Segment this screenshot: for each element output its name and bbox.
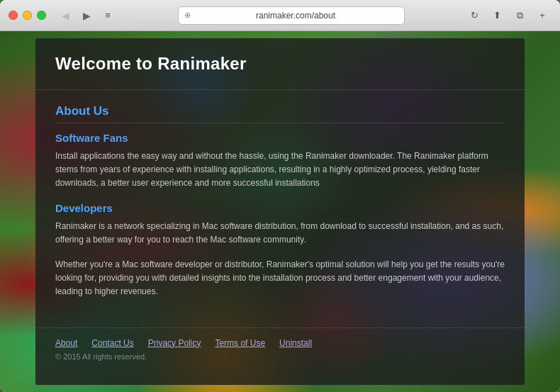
software-fans-heading: Software Fans <box>55 132 505 144</box>
title-bar: ◀ ▶ ≡ ⊕ ranimaker.com/about ↻ ⬆ ⧉ <box>0 0 560 31</box>
add-tab-button[interactable]: + <box>533 9 551 23</box>
address-bar[interactable]: ⊕ ranimaker.com/about <box>178 6 405 25</box>
software-fans-body: Install applications the easy way and wi… <box>55 150 505 191</box>
site-footer: About Contact Us Privacy Policy Terms of… <box>35 327 525 368</box>
address-bar-container: ⊕ ranimaker.com/about <box>124 6 458 25</box>
footer-terms-link[interactable]: Terms of Use <box>215 338 265 348</box>
close-button[interactable] <box>9 11 18 20</box>
browser-viewport: Welcome to Ranimaker About Us Software F… <box>0 31 560 392</box>
traffic-lights <box>9 11 46 20</box>
footer-privacy-link[interactable]: Privacy Policy <box>148 338 201 348</box>
footer-copyright: © 2015 All rights reserved. <box>55 352 505 361</box>
main-body: About Us Software Fans Install applicati… <box>35 90 525 325</box>
site-header: Welcome to Ranimaker <box>35 38 525 90</box>
nav-buttons: ◀ ▶ <box>56 9 96 23</box>
developers-body2: Whether you're a Mac software developer … <box>55 258 505 299</box>
share-icon: ⬆ <box>493 10 501 21</box>
reader-icon: ≡ <box>105 10 111 21</box>
maximize-button[interactable] <box>37 11 46 20</box>
back-button[interactable]: ◀ <box>56 9 74 23</box>
add-tab-icon: + <box>539 10 545 21</box>
developers-body1: Ranimaker is a network specializing in M… <box>55 220 505 247</box>
refresh-icon: ↻ <box>471 10 478 21</box>
about-us-heading: About Us <box>55 104 505 123</box>
refresh-button[interactable]: ↻ <box>465 9 483 23</box>
minimize-button[interactable] <box>23 11 32 20</box>
forward-button[interactable]: ▶ <box>77 9 96 23</box>
address-text: ranimaker.com/about <box>194 11 398 21</box>
reader-button[interactable]: ≡ <box>99 9 117 23</box>
footer-uninstall-link[interactable]: Uninstall <box>279 338 312 348</box>
share-button[interactable]: ⬆ <box>488 9 506 23</box>
tabs-button[interactable]: ⧉ <box>510 9 529 23</box>
forward-icon: ▶ <box>83 10 91 21</box>
toolbar-right: ↻ ⬆ ⧉ + <box>465 9 551 23</box>
footer-links: About Contact Us Privacy Policy Terms of… <box>55 338 505 348</box>
back-icon: ◀ <box>62 10 69 21</box>
developers-heading: Developers <box>55 202 505 214</box>
browser-window: ◀ ▶ ≡ ⊕ ranimaker.com/about ↻ ⬆ ⧉ <box>0 0 560 392</box>
footer-about-link[interactable]: About <box>55 338 77 348</box>
tabs-icon: ⧉ <box>517 10 523 21</box>
site-title: Welcome to Ranimaker <box>55 54 505 74</box>
address-icon: ⊕ <box>184 11 191 20</box>
footer-contact-link[interactable]: Contact Us <box>91 338 133 348</box>
page-content[interactable]: Welcome to Ranimaker About Us Software F… <box>35 38 525 385</box>
